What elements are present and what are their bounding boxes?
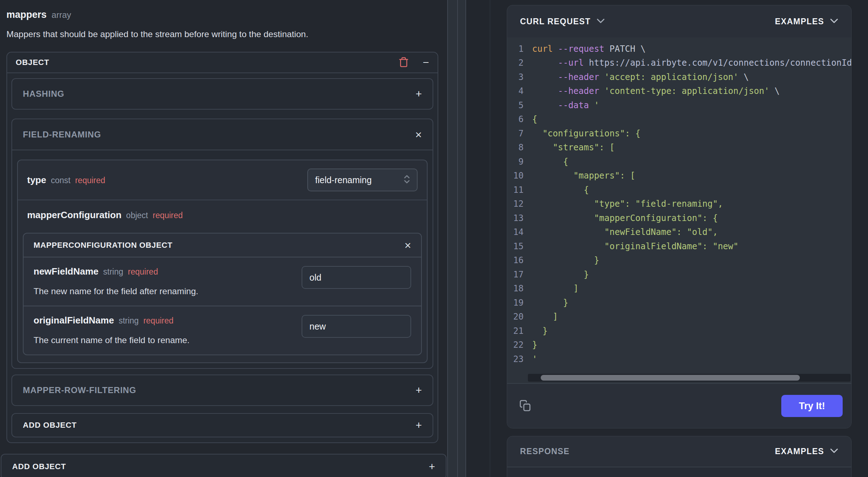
add-object-button-outer[interactable]: ADD OBJECT + <box>1 454 446 477</box>
line-number: 6 <box>507 114 524 124</box>
line-number: 3 <box>507 72 524 82</box>
code-line: 13 "mapperConfiguration": { <box>507 211 851 225</box>
code-line: 5 --data ' <box>507 98 851 112</box>
line-number: 22 <box>507 340 524 350</box>
type-field-name: type <box>27 175 46 186</box>
line-number: 9 <box>507 157 524 167</box>
request-examples-dropdown[interactable]: EXAMPLES <box>775 17 838 26</box>
schema-field-required: required <box>128 267 158 277</box>
field-name-mappers: mappers <box>6 9 47 20</box>
language-selector[interactable]: CURL REQUEST <box>520 17 605 26</box>
code-editor[interactable]: 1curl --request PATCH \2 --url https://a… <box>507 37 851 383</box>
object-card-body: HASHING + FIELD-RENAMING × <box>7 73 438 442</box>
section-hashing-label: HASHING <box>23 89 64 99</box>
code-line: 12 "type": "field-renaming", <box>507 197 851 211</box>
line-number: 8 <box>507 142 524 152</box>
schema-field-kind: string <box>103 267 123 277</box>
code-line: 6{ <box>507 112 851 127</box>
line-number: 19 <box>507 298 524 308</box>
code-line: 10 "mappers": [ <box>507 169 851 183</box>
schema-field-row: originalFieldNamestringrequiredThe curre… <box>24 306 421 355</box>
schema-field-required: required <box>143 316 173 326</box>
type-field-kind: const <box>51 176 70 185</box>
line-number: 2 <box>507 58 524 68</box>
schema-field-description: The new name for the field after renamin… <box>34 286 291 296</box>
schema-field-description: The current name of the field to rename. <box>34 335 291 345</box>
code-line: 14 "newFieldName": "old", <box>507 225 851 240</box>
line-number: 14 <box>507 227 524 237</box>
schema-field-row: newFieldNamestringrequiredThe new name f… <box>24 257 421 306</box>
mapper-configuration-required: required <box>153 211 183 220</box>
line-number: 21 <box>507 326 524 336</box>
response-examples-dropdown[interactable]: EXAMPLES <box>775 447 838 456</box>
code-line: 16 } <box>507 253 851 268</box>
field-renaming-label: FIELD-RENAMING <box>23 130 101 140</box>
schema-field-info: originalFieldNamestringrequiredThe curre… <box>34 315 302 345</box>
code-line: 3 --header 'accept: application/json' \ <box>507 70 851 84</box>
trash-icon <box>398 56 409 69</box>
code-line: 22} <box>507 338 851 352</box>
section-hashing[interactable]: HASHING + <box>11 78 433 110</box>
plus-icon[interactable]: + <box>415 89 422 99</box>
field-description: Mappers that should be applied to the st… <box>6 29 438 40</box>
curl-request-header: CURL REQUEST EXAMPLES <box>507 5 851 37</box>
code-line: 9 { <box>507 155 851 169</box>
mapper-configuration-fields: newFieldNamestringrequiredThe new name f… <box>24 257 421 355</box>
code-line: 7 "configurations": { <box>507 126 851 141</box>
add-object-button-inner[interactable]: ADD OBJECT + <box>11 413 433 437</box>
section-mapper-row-filtering[interactable]: MAPPER-ROW-FILTERING + <box>11 375 433 406</box>
code-line: 1curl --request PATCH \ <box>507 42 851 56</box>
schema-field-info: newFieldNamestringrequiredThe new name f… <box>34 266 302 296</box>
line-number: 7 <box>507 129 524 139</box>
close-icon[interactable]: × <box>415 129 422 140</box>
code-line: 4 --header 'content-type: application/js… <box>507 84 851 99</box>
line-number: 20 <box>507 312 524 322</box>
code-line: 23' <box>507 352 851 366</box>
minus-icon: − <box>423 57 429 68</box>
code-line: 21 } <box>507 324 851 338</box>
code-lines: 1curl --request PATCH \2 --url https://a… <box>507 42 851 366</box>
line-number: 10 <box>507 171 524 181</box>
delete-object-button[interactable] <box>398 56 409 69</box>
code-line: 15 "originalFieldName": "new" <box>507 239 851 253</box>
response-panel: RESPONSE EXAMPLES <box>507 436 852 477</box>
field-heading: mappers array <box>6 9 438 20</box>
mapper-configuration-row: mapperConfiguration object required <box>18 200 427 221</box>
copy-code-button[interactable] <box>519 400 531 413</box>
schema-field-name: newFieldName <box>34 266 99 277</box>
mapper-configuration-object-title: MAPPERCONFIGURATION OBJECT <box>34 241 172 250</box>
type-select[interactable]: field-renaming <box>307 169 418 191</box>
close-icon[interactable]: × <box>404 240 411 251</box>
line-number: 5 <box>507 100 524 110</box>
newFieldName-input[interactable] <box>302 266 411 289</box>
field-renaming-header[interactable]: FIELD-RENAMING × <box>12 119 433 150</box>
line-number: 13 <box>507 213 524 223</box>
divider-line <box>457 0 458 477</box>
curl-request-panel: CURL REQUEST EXAMPLES <box>507 5 852 428</box>
pane-divider[interactable] <box>447 0 466 477</box>
code-sample-pane: CURL REQUEST EXAMPLES <box>466 0 868 477</box>
collapse-object-button[interactable]: − <box>423 57 429 68</box>
field-type-badge: array <box>52 10 71 20</box>
try-it-button[interactable]: Try It! <box>781 395 843 417</box>
code-line: 11 { <box>507 183 851 197</box>
examples-label: EXAMPLES <box>775 447 824 456</box>
line-number: 1 <box>507 44 524 54</box>
originalFieldName-input[interactable] <box>302 315 411 338</box>
code-line: 19 } <box>507 296 851 310</box>
type-select-value: field-renaming <box>315 175 372 185</box>
copy-icon <box>519 400 531 413</box>
line-number: 18 <box>507 283 524 293</box>
plus-icon[interactable]: + <box>415 385 422 396</box>
column-border-line <box>490 0 490 477</box>
plus-icon[interactable]: + <box>429 461 435 472</box>
line-number: 11 <box>507 185 524 195</box>
add-object-inner-label: ADD OBJECT <box>23 421 77 430</box>
line-number: 16 <box>507 255 524 265</box>
chevron-down-icon <box>596 18 605 25</box>
line-number: 23 <box>507 354 524 364</box>
plus-icon[interactable]: + <box>415 420 422 431</box>
curl-request-footer: Try It! <box>507 383 851 428</box>
line-number: 15 <box>507 241 524 251</box>
horizontal-scrollbar-thumb[interactable] <box>541 375 800 381</box>
